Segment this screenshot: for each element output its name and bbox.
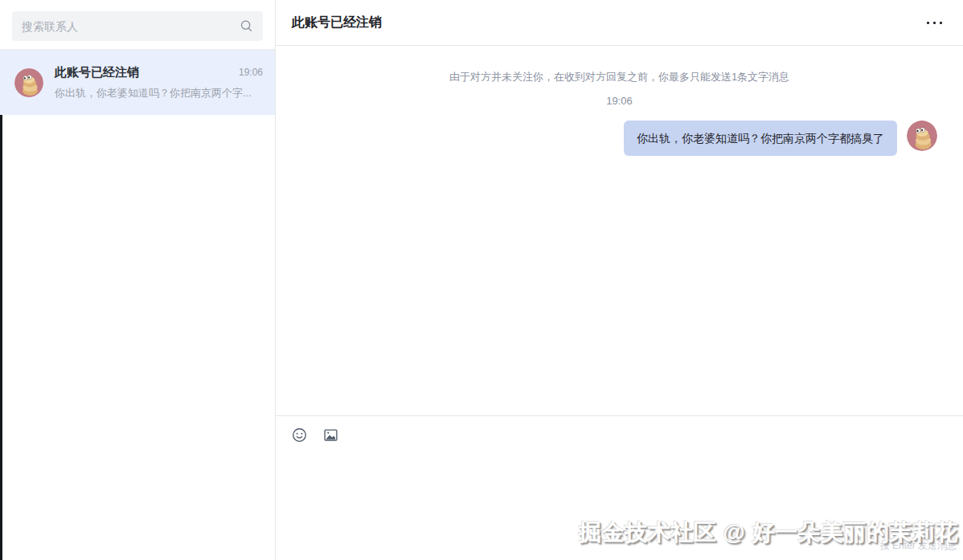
- image-upload-icon[interactable]: [323, 427, 338, 443]
- conversation-name: 此账号已经注销: [55, 65, 139, 80]
- message-row: 你出轨，你老婆知道吗？你把南京两个字都搞臭了: [301, 121, 937, 156]
- my-avatar: [907, 121, 937, 151]
- more-options-icon[interactable]: [925, 17, 944, 29]
- chat-header: 此账号已经注销: [276, 0, 963, 46]
- conversation-list-item[interactable]: 此账号已经注销 19:06 你出轨，你老婆知道吗？你把南京两个字...: [0, 50, 275, 115]
- message-bubble: 你出轨，你老婆知道吗？你把南京两个字都搞臭了: [624, 121, 897, 156]
- left-edge-strip: [0, 115, 2, 560]
- composer: 按 Enter 发送消息: [276, 415, 963, 560]
- conversation-time: 19:06: [239, 67, 263, 78]
- enter-to-send-hint: 按 Enter 发送消息: [880, 539, 957, 553]
- search-input[interactable]: [22, 20, 240, 33]
- message-list: 由于对方并未关注你，在收到对方回复之前，你最多只能发送1条文字消息 19:06 …: [276, 46, 963, 415]
- chat-panel: 此账号已经注销 由于对方并未关注你，在收到对方回复之前，你最多只能发送1条文字消…: [276, 0, 963, 560]
- composer-toolbar: [292, 427, 947, 443]
- search-icon: [240, 19, 253, 33]
- conversation-sidebar: 此账号已经注销 19:06 你出轨，你老婆知道吗？你把南京两个字...: [0, 0, 276, 560]
- emoji-icon[interactable]: [292, 427, 307, 443]
- chat-app: 此账号已经注销 19:06 你出轨，你老婆知道吗？你把南京两个字... 此账号已…: [0, 0, 963, 560]
- conversation-preview: 你出轨，你老婆知道吗？你把南京两个字...: [55, 86, 263, 100]
- conversation-info: 此账号已经注销 19:06 你出轨，你老婆知道吗？你把南京两个字...: [55, 65, 263, 100]
- system-notice: 由于对方并未关注你，在收到对方回复之前，你最多只能发送1条文字消息: [301, 70, 937, 84]
- time-divider: 19:06: [301, 95, 937, 107]
- contact-avatar: [14, 68, 43, 97]
- chat-title: 此账号已经注销: [292, 14, 382, 31]
- search-section: [0, 0, 275, 50]
- search-box[interactable]: [12, 11, 263, 41]
- message-input[interactable]: [292, 451, 947, 552]
